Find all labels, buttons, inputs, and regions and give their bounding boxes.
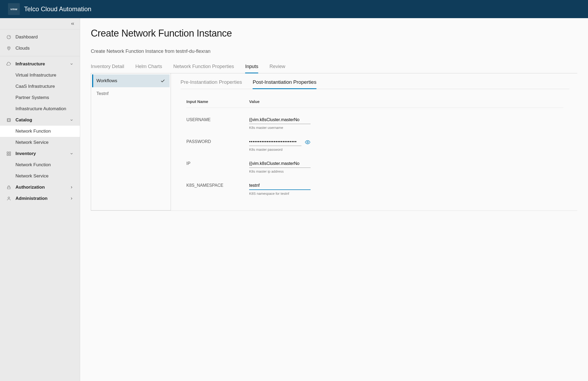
tab-review[interactable]: Review <box>269 61 285 73</box>
cloud-icon <box>6 62 12 66</box>
workflows-panel: Workflows Testnf <box>91 73 171 211</box>
product-title: Telco Cloud Automation <box>24 5 91 13</box>
chevron-down-icon <box>70 62 73 66</box>
user-icon <box>6 196 12 201</box>
svg-point-10 <box>307 141 308 143</box>
svg-rect-5 <box>9 152 11 153</box>
nav-infrastructure-automation[interactable]: Infrastructure Automation <box>0 103 80 114</box>
tab-inventory-detail[interactable]: Inventory Detail <box>91 61 124 73</box>
nav-group-inventory[interactable]: Inventory <box>0 148 80 159</box>
chevron-right-icon <box>70 185 73 189</box>
nav-label: Clouds <box>15 46 30 51</box>
username-input[interactable] <box>249 116 311 124</box>
nav-group-infrastructure[interactable]: Infrastructure <box>0 58 80 70</box>
nav-label: Dashboard <box>15 34 38 40</box>
workflow-item-testnf[interactable]: Testnf <box>92 87 170 100</box>
page-subtitle: Create Network Function Instance from te… <box>91 49 577 54</box>
input-hint: K8s master username <box>249 126 311 130</box>
workflow-label: Testnf <box>96 91 108 96</box>
grid-icon <box>6 151 12 156</box>
svg-rect-4 <box>7 152 8 153</box>
nav-inventory-network-function[interactable]: Network Function <box>0 159 80 170</box>
subtab-pre-instantiation[interactable]: Pre-Instantiation Properties <box>181 76 242 89</box>
input-label: IP <box>186 160 244 166</box>
col-value: Value <box>249 99 260 104</box>
nav-label: Inventory <box>15 151 36 156</box>
nav-label: Authorization <box>15 185 45 190</box>
workflow-item-workflows[interactable]: Workflows <box>92 74 170 87</box>
svg-rect-8 <box>7 187 10 189</box>
main-content: Create Network Function Instance Create … <box>80 18 588 381</box>
svg-rect-6 <box>7 154 8 156</box>
svg-rect-3 <box>8 119 10 121</box>
input-label: K8S_NAMESPACE <box>186 182 244 188</box>
input-hint: K8S namespace for testnf <box>249 192 311 196</box>
sidebar-collapse-button[interactable] <box>0 18 80 29</box>
inputs-panel: Pre-Instantiation Properties Post-Instan… <box>171 73 577 211</box>
workflow-label: Workflows <box>96 78 117 84</box>
eye-icon[interactable] <box>305 139 311 145</box>
catalog-icon <box>6 118 12 122</box>
chevron-right-icon <box>70 197 73 200</box>
svg-point-1 <box>8 47 9 49</box>
sidebar: Dashboard Clouds Infrastructure Virtua <box>0 18 80 381</box>
nav-virtual-infrastructure[interactable]: Virtual Infrastructure <box>0 70 80 81</box>
pin-icon <box>6 46 12 51</box>
nav-catalog-network-service[interactable]: Network Service <box>0 137 80 148</box>
input-label: USERNAME <box>186 116 244 122</box>
input-row-ip: IP K8s master ip address <box>186 156 563 178</box>
input-hint: K8s master ip address <box>249 169 311 173</box>
nav-label: Catalog <box>15 117 32 123</box>
tab-nf-properties[interactable]: Network Function Properties <box>173 61 234 73</box>
nav-dashboard[interactable]: Dashboard <box>0 31 80 43</box>
chevron-down-icon <box>70 152 73 156</box>
password-input[interactable] <box>249 138 301 146</box>
input-row-k8s-namespace: K8S_NAMESPACE K8S namespace for testnf <box>186 178 563 200</box>
top-bar: vmw Telco Cloud Automation <box>0 0 588 18</box>
column-headers: Input Name Value <box>186 96 563 108</box>
svg-point-9 <box>8 197 10 199</box>
nav-partner-systems[interactable]: Partner Systems <box>0 92 80 103</box>
ip-input[interactable] <box>249 160 311 168</box>
wizard-tabs: Inventory Detail Helm Charts Network Fun… <box>91 61 577 73</box>
logo: vmw <box>8 3 20 15</box>
chevron-down-icon <box>70 118 73 122</box>
subtab-post-instantiation[interactable]: Post-Instantiation Properties <box>253 76 316 89</box>
nav-caas-infrastructure[interactable]: CaaS Infrastructure <box>0 81 80 92</box>
lock-icon <box>6 185 12 190</box>
input-row-username: USERNAME K8s master username <box>186 112 563 134</box>
nav-label: Administration <box>15 196 48 201</box>
instantiation-subtabs: Pre-Instantiation Properties Post-Instan… <box>181 76 569 89</box>
input-row-password: PASSWORD K8s master password <box>186 134 563 156</box>
gauge-icon <box>6 35 12 39</box>
nav-clouds[interactable]: Clouds <box>0 43 80 54</box>
tab-helm-charts[interactable]: Helm Charts <box>135 61 162 73</box>
tab-inputs[interactable]: Inputs <box>245 61 258 73</box>
check-icon <box>160 78 165 84</box>
input-label: PASSWORD <box>186 138 244 144</box>
nav-catalog-network-function[interactable]: Network Function <box>0 126 80 137</box>
nav-label: Infrastructure <box>15 61 45 67</box>
page-title: Create Network Function Instance <box>91 28 577 39</box>
col-input-name: Input Name <box>186 99 244 104</box>
input-hint: K8s master password <box>249 148 311 152</box>
nav-group-catalog[interactable]: Catalog <box>0 114 80 126</box>
svg-rect-7 <box>9 154 11 156</box>
k8s-namespace-input[interactable] <box>249 182 311 190</box>
nav-inventory-network-service[interactable]: Network Service <box>0 170 80 182</box>
nav-group-authorization[interactable]: Authorization <box>0 182 80 193</box>
chevron-double-left-icon <box>70 21 75 26</box>
nav-group-administration[interactable]: Administration <box>0 193 80 204</box>
